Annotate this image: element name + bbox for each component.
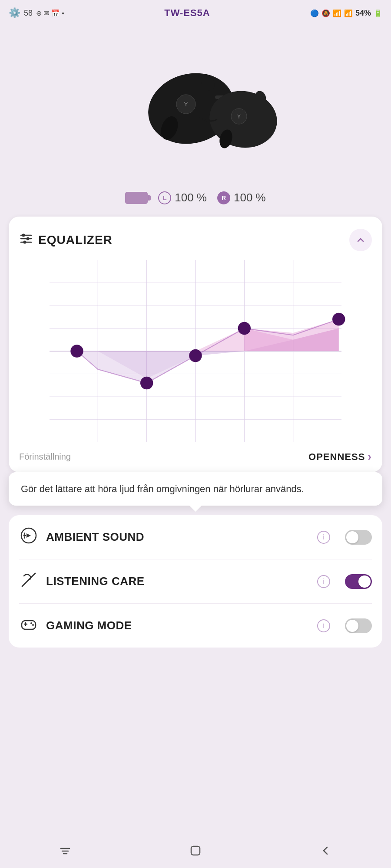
openness-link[interactable]: OPENNESS › [308,450,372,464]
ambient-sound-info-button[interactable]: i [317,531,330,544]
listening-care-item: LISTENING CARE i [19,559,372,604]
svg-point-36 [189,349,202,362]
svg-point-46 [32,624,34,626]
svg-point-38 [332,313,345,326]
collapse-button[interactable] [349,229,372,251]
equalizer-graph[interactable] [19,260,372,442]
svg-point-17 [23,240,27,243]
svg-point-45 [30,622,32,624]
ambient-sound-item: AMBIENT SOUND i [19,515,372,559]
left-battery: L 100 % [158,191,207,204]
listening-care-icon [19,572,38,591]
equalizer-icon [19,232,33,249]
openness-arrow-icon: › [368,450,372,464]
gaming-mode-info-button[interactable]: i [317,619,330,632]
status-bar: ⚙️ 58 ⊕ ✉ 📅 • TW-ES5A 🔵 🔕 📶 📶 54% 🔋 [0,0,391,26]
ambient-sound-label: AMBIENT SOUND [46,530,309,544]
device-name: TW-ES5A [164,7,210,19]
left-label: L [158,191,171,204]
notification-icons: ⊕ ✉ 📅 • [36,9,64,17]
svg-point-34 [70,345,83,357]
mute-icon: 🔕 [321,9,330,17]
earbuds-illustration: Y Y [109,48,282,169]
tooltip-text: Gör det lättare att höra ljud från omgiv… [21,483,304,494]
listening-care-label: LISTENING CARE [46,575,309,588]
svg-point-35 [140,377,153,389]
settings-icon: ⚙️ [9,7,20,19]
status-right: 🔵 🔕 📶 📶 54% 🔋 [310,9,382,18]
preset-link[interactable]: Förinställning [19,452,71,462]
earbuds-image-area: Y Y [0,26,391,191]
ambient-sound-toggle-knob [346,531,358,543]
listening-care-info-button[interactable]: i [317,575,330,588]
signal-icon: 📶 [344,9,353,17]
right-percent: 100 % [234,191,266,204]
recent-apps-button[interactable] [52,838,78,864]
status-left: ⚙️ 58 ⊕ ✉ 📅 • [9,7,64,19]
right-battery: R 100 % [217,191,266,204]
openness-label: OPENNESS [308,451,365,463]
gaming-mode-item: GAMING MODE i [19,604,372,648]
equalizer-card: EQUALIZER [9,217,382,472]
tooltip-box: Gör det lättare att höra ljud från omgiv… [9,472,382,506]
nav-bar [0,833,391,868]
ambient-sound-icon [19,527,38,547]
home-button[interactable] [182,838,209,864]
eq-title-group: EQUALIZER [19,232,113,249]
battery-case-icon [125,192,148,204]
bluetooth-icon: 🔵 [310,9,319,17]
gaming-mode-toggle-knob [346,620,358,632]
right-label: R [217,191,230,204]
gaming-mode-toggle[interactable] [345,618,372,633]
settings-list: AMBIENT SOUND i LISTENING CARE i [9,515,382,648]
svg-point-13 [22,233,25,237]
battery-percent: 54% [355,9,371,18]
ambient-sound-toggle[interactable] [345,530,372,545]
battery-area: L 100 % R 100 % [0,191,391,204]
equalizer-title: EQUALIZER [38,233,113,247]
listening-care-toggle-knob [358,575,371,588]
gaming-mode-label: GAMING MODE [46,619,309,632]
svg-point-37 [238,322,251,335]
left-percent: 100 % [175,191,207,204]
svg-text:Y: Y [237,114,241,120]
battery-icon-status: 🔋 [374,9,382,17]
svg-rect-50 [191,846,200,855]
back-button[interactable] [313,838,339,864]
svg-point-15 [27,237,30,240]
gaming-mode-icon [19,616,38,635]
wifi-icon: 📶 [333,9,341,17]
listening-care-toggle[interactable] [345,574,372,589]
card-bottom-row: Förinställning OPENNESS › [19,442,372,472]
svg-text:Y: Y [184,101,188,108]
equalizer-header: EQUALIZER [19,229,372,251]
status-time: 58 [24,9,33,18]
